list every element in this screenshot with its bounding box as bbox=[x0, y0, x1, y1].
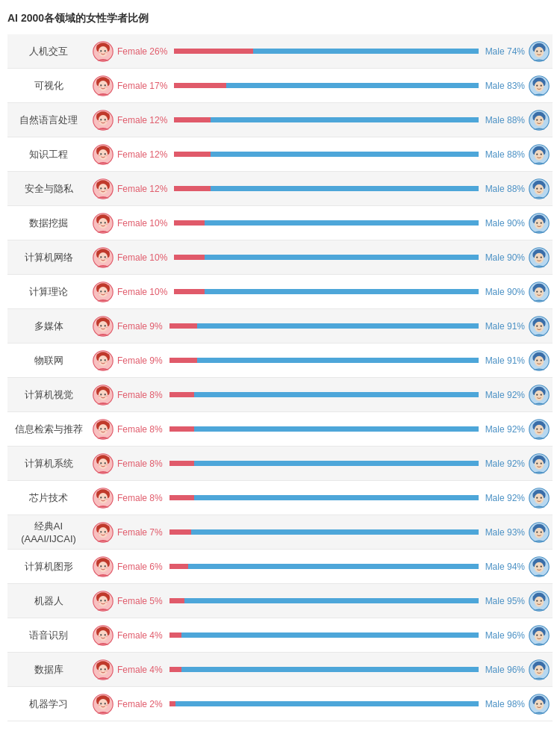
bar-full-row: Female 7% Male 93% bbox=[93, 522, 550, 543]
svg-point-304 bbox=[536, 634, 538, 635]
progress-bar bbox=[174, 220, 478, 226]
bar-area: Female 10% Male 90% bbox=[90, 213, 553, 234]
female-label: Female 26% bbox=[117, 46, 167, 57]
svg-point-315 bbox=[105, 670, 108, 671]
female-label: Female 12% bbox=[117, 149, 167, 160]
svg-point-135 bbox=[541, 290, 542, 292]
svg-point-245 bbox=[105, 531, 106, 532]
female-part: Female 6% bbox=[93, 556, 167, 577]
svg-point-49 bbox=[536, 119, 538, 120]
female-icon bbox=[93, 213, 113, 234]
svg-point-264 bbox=[105, 567, 108, 568]
svg-point-288 bbox=[541, 600, 542, 601]
table-row: 计算机网络 Female 10% bbox=[7, 240, 553, 275]
bar-area: Female 17% Male 83% bbox=[90, 75, 553, 96]
svg-point-211 bbox=[105, 462, 106, 464]
svg-point-8 bbox=[99, 52, 101, 53]
male-icon bbox=[529, 591, 550, 612]
row-label: 语音识别 bbox=[7, 629, 90, 642]
svg-point-338 bbox=[536, 703, 538, 704]
female-bar bbox=[174, 186, 211, 191]
svg-point-33 bbox=[541, 84, 542, 86]
bar-area: Female 12% Male 88% bbox=[90, 144, 553, 165]
progress-bar bbox=[169, 426, 479, 432]
male-bar bbox=[194, 495, 479, 500]
female-part: Female 4% bbox=[93, 625, 167, 646]
svg-point-31 bbox=[535, 81, 544, 91]
female-bar bbox=[169, 461, 194, 466]
svg-point-330 bbox=[105, 703, 106, 704]
bar-area: Female 4% Male 96% bbox=[90, 659, 553, 680]
male-icon bbox=[529, 488, 550, 509]
male-icon bbox=[529, 75, 550, 96]
male-icon bbox=[529, 41, 550, 62]
table-row: 安全与隐私 Female 12% bbox=[7, 172, 553, 206]
male-label: Male 88% bbox=[485, 149, 525, 160]
male-part: Male 88% bbox=[482, 110, 550, 131]
table-row: 数据库 Female 4% bbox=[7, 653, 553, 687]
male-icon bbox=[529, 556, 550, 577]
male-label: Male 92% bbox=[485, 424, 525, 435]
svg-point-263 bbox=[99, 567, 101, 568]
svg-point-128 bbox=[105, 292, 108, 293]
female-icon bbox=[93, 144, 113, 165]
female-label: Female 17% bbox=[117, 81, 167, 91]
row-label: 自然语言处理 bbox=[7, 114, 90, 127]
svg-point-83 bbox=[536, 187, 538, 189]
svg-point-77 bbox=[105, 189, 108, 190]
svg-point-194 bbox=[105, 428, 106, 429]
svg-point-213 bbox=[105, 464, 108, 465]
male-part: Male 92% bbox=[482, 385, 550, 405]
female-part: Female 9% bbox=[93, 350, 167, 371]
svg-point-15 bbox=[536, 50, 538, 52]
female-bar bbox=[169, 667, 182, 672]
bar-full-row: Female 10% Male 90% bbox=[93, 282, 550, 302]
male-label: Male 92% bbox=[485, 493, 525, 503]
bar-area: Female 26% Male 74% bbox=[90, 41, 553, 62]
male-label: Male 94% bbox=[485, 562, 525, 572]
svg-point-125 bbox=[100, 290, 102, 292]
female-part: Female 8% bbox=[93, 488, 167, 509]
male-bar bbox=[181, 632, 478, 638]
female-part: Female 8% bbox=[93, 453, 167, 474]
svg-point-279 bbox=[105, 600, 106, 601]
svg-point-100 bbox=[536, 222, 538, 223]
progress-bar bbox=[174, 83, 478, 88]
male-part: Male 91% bbox=[482, 316, 550, 337]
row-label: 芯片技术 bbox=[7, 491, 90, 505]
male-bar bbox=[188, 564, 479, 569]
male-label: Male 96% bbox=[485, 630, 525, 641]
female-label: Female 12% bbox=[117, 184, 167, 194]
svg-point-339 bbox=[541, 703, 542, 704]
female-icon bbox=[93, 385, 113, 405]
svg-point-332 bbox=[105, 704, 108, 706]
female-bar bbox=[169, 564, 188, 569]
female-label: Female 8% bbox=[117, 424, 163, 435]
male-icon bbox=[529, 419, 550, 440]
female-bar bbox=[169, 529, 191, 535]
svg-point-107 bbox=[99, 252, 108, 263]
svg-point-209 bbox=[99, 459, 108, 469]
table-row: 自然语言处理 Female 12% bbox=[7, 103, 553, 137]
female-icon bbox=[93, 75, 113, 96]
svg-point-253 bbox=[536, 531, 538, 532]
svg-point-56 bbox=[99, 149, 108, 160]
female-label: Female 6% bbox=[117, 562, 163, 572]
svg-point-145 bbox=[105, 326, 108, 328]
svg-point-320 bbox=[535, 665, 544, 675]
svg-point-117 bbox=[536, 256, 538, 258]
male-icon bbox=[529, 110, 550, 131]
female-bar bbox=[174, 117, 211, 122]
svg-point-109 bbox=[105, 256, 106, 258]
svg-point-162 bbox=[105, 361, 108, 362]
svg-point-127 bbox=[99, 292, 101, 293]
male-bar bbox=[194, 461, 479, 466]
female-bar bbox=[169, 392, 194, 397]
svg-point-321 bbox=[536, 668, 538, 670]
svg-point-150 bbox=[535, 321, 544, 332]
svg-point-202 bbox=[536, 428, 538, 429]
svg-point-110 bbox=[99, 258, 101, 259]
male-icon bbox=[529, 213, 550, 234]
svg-point-243 bbox=[99, 527, 108, 538]
row-label: 经典AI (AAAI/IJCAI) bbox=[7, 520, 90, 544]
